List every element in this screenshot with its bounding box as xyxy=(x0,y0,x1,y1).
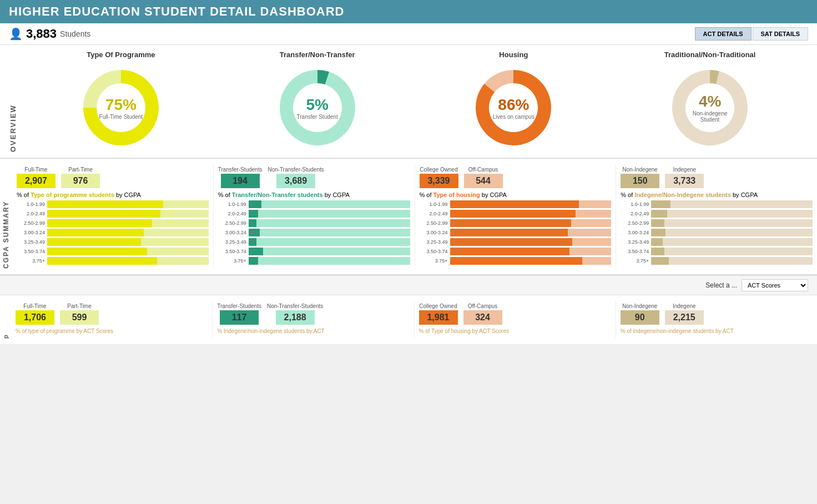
bar-fill-2-3 xyxy=(450,229,568,236)
bar-track-3-6 xyxy=(651,257,813,265)
count-value-3-1: 3,733 xyxy=(665,174,704,188)
bar-fill-1-4 xyxy=(249,238,257,246)
cgpa-panel-1: Transfer-Students 194 Non-Transfer-Stude… xyxy=(214,164,415,269)
bottom-panel-3: Non-Indegene 90 Indegene 2,215 % of inde… xyxy=(616,301,817,339)
count-label-3-0: Non-Indegene xyxy=(623,167,658,173)
bar-label-2-4: 3.25-3.49 xyxy=(420,239,450,245)
student-count-label: Students xyxy=(60,29,90,38)
bottom-count-value-1-1: 2,188 xyxy=(276,310,315,325)
bar-fill-3-0 xyxy=(651,200,670,208)
bar-fill-1-0 xyxy=(249,200,261,208)
bar-track-2-3 xyxy=(450,229,612,236)
bar-track-0-5 xyxy=(47,248,209,255)
bar-label-3-1: 2.0-2.49 xyxy=(621,211,651,216)
bar-row-1-3: 3.00-3.24 xyxy=(218,229,410,236)
bar-label-0-0: 1.0-1.99 xyxy=(17,201,47,207)
bottom-bar-title-1: % Indegene/non-indegene students by ACT xyxy=(217,328,409,334)
chart-title-1: Transfer/Non-Transfer xyxy=(280,51,355,59)
count-box-0-0: Full-Time 2,907 xyxy=(17,167,56,188)
bar-fill-2-6 xyxy=(450,257,582,265)
bar-row-1-0: 1.0-1.99 xyxy=(218,200,410,208)
bar-label-2-6: 3.75+ xyxy=(420,258,450,264)
bottom-count-box-3-0: Non-Indegene 90 xyxy=(621,303,659,325)
cgpa-panel-0: Full-Time 2,907 Part-Time 976 % of Type … xyxy=(12,164,214,269)
bottom-count-box-0-1: Part-Time 599 xyxy=(60,303,99,325)
bar-row-3-2: 2.50-2.99 xyxy=(621,219,813,227)
bar-row-0-1: 2.0-2.49 xyxy=(17,210,209,218)
bottom-count-value-3-1: 2,215 xyxy=(665,310,704,325)
bar-row-3-4: 3.25-3.49 xyxy=(621,238,813,246)
bar-fill-0-3 xyxy=(47,229,144,236)
bottom-count-value-0-1: 599 xyxy=(60,310,99,325)
chart-title-2: Housing xyxy=(499,51,528,59)
bar-label-3-5: 3.50-3.74 xyxy=(621,249,651,254)
bar-track-1-1 xyxy=(249,210,410,218)
bar-row-2-0: 1.0-1.99 xyxy=(420,200,612,208)
bar-track-2-4 xyxy=(450,238,612,246)
bar-track-1-2 xyxy=(249,219,410,227)
bar-label-2-0: 1.0-1.99 xyxy=(420,201,450,207)
bar-label-1-6: 3.75+ xyxy=(218,258,249,264)
bar-row-0-5: 3.50-3.74 xyxy=(17,248,209,255)
select-row: Select a ... ACT ScoresSAT Scores xyxy=(0,275,817,295)
donut-center-3: 4%Non-indegene Student xyxy=(688,93,732,123)
person-icon: 👤 xyxy=(9,27,23,41)
count-value-0-1: 976 xyxy=(61,174,100,188)
donut-center-1: 5%Transfer Student xyxy=(297,96,338,120)
bottom-bar-title-3: % of indegene/non-indegene students by A… xyxy=(621,328,813,334)
bottom-count-label-3-1: Indegene xyxy=(673,303,696,309)
overview-chart-2: Housing86%Lives on campus xyxy=(427,51,600,152)
bar-label-2-1: 2.0-2.49 xyxy=(420,211,450,216)
bar-label-3-4: 3.25-3.49 xyxy=(621,239,651,245)
sat-details-button[interactable]: SAT DETAILS xyxy=(753,27,808,41)
bar-label-3-0: 1.0-1.99 xyxy=(621,201,651,207)
bar-track-0-4 xyxy=(47,238,209,246)
act-details-button[interactable]: ACT DETAILS xyxy=(695,27,752,41)
bar-row-0-4: 3.25-3.49 xyxy=(17,238,209,246)
bar-track-0-6 xyxy=(47,257,209,265)
bar-label-2-5: 3.50-3.74 xyxy=(420,249,450,254)
bar-fill-1-1 xyxy=(249,210,258,218)
count-value-2-0: 3,339 xyxy=(420,174,458,188)
detail-buttons: ACT DETAILS SAT DETAILS xyxy=(695,27,808,41)
donut-center-0: 75%Full-Time Student xyxy=(99,96,143,120)
bottom-count-label-2-0: College Owned xyxy=(419,303,457,309)
bar-track-1-4 xyxy=(249,238,410,246)
count-box-0-1: Part-Time 976 xyxy=(61,167,100,188)
bar-row-1-2: 2.50-2.99 xyxy=(218,219,410,227)
student-count-area: 👤 3,883 Students xyxy=(9,27,90,41)
bar-row-2-1: 2.0-2.49 xyxy=(420,210,612,218)
bar-label-3-2: 2.50-2.99 xyxy=(621,220,651,226)
bar-track-2-1 xyxy=(450,210,612,218)
chart-title-0: Type Of Programme xyxy=(87,51,155,59)
bar-track-0-0 xyxy=(47,200,209,208)
bar-fill-1-6 xyxy=(249,257,258,265)
bottom-bar-title-2: % of Type of housing by ACT Scores xyxy=(419,328,611,334)
overview-chart-0: Type Of Programme75%Full-Time Student xyxy=(34,51,207,152)
bar-label-2-3: 3.00-3.24 xyxy=(420,230,450,235)
bar-label-1-3: 3.00-3.24 xyxy=(218,230,249,235)
bar-fill-0-2 xyxy=(47,219,152,227)
overview-charts: Type Of Programme75%Full-Time StudentTra… xyxy=(23,51,808,152)
bottom-count-label-0-1: Part-Time xyxy=(67,303,92,309)
bottom-count-value-0-0: 1,706 xyxy=(16,310,54,325)
count-value-3-0: 150 xyxy=(621,174,659,188)
bar-label-2-2: 2.50-2.99 xyxy=(420,220,450,226)
bar-fill-3-2 xyxy=(651,219,664,227)
cgpa-panel-3: Non-Indegene 150 Indegene 3,733 % of Ind… xyxy=(616,164,817,269)
bottom-count-value-3-0: 90 xyxy=(621,310,659,325)
donut-center-2: 86%Lives on campus xyxy=(493,96,534,120)
student-count-value: 3,883 xyxy=(26,27,57,41)
bottom-count-box-2-0: College Owned 1,981 xyxy=(419,303,458,325)
bar-fill-1-5 xyxy=(249,248,263,255)
count-label-2-1: Off-Campus xyxy=(468,167,498,173)
bar-fill-3-6 xyxy=(651,257,669,265)
count-label-3-1: Indegene xyxy=(673,167,696,173)
score-select[interactable]: ACT ScoresSAT Scores xyxy=(742,279,808,291)
bottom-count-value-2-0: 1,981 xyxy=(419,310,458,325)
bar-title-0: % of Type of programme students by CGPA xyxy=(17,191,209,198)
bar-fill-2-5 xyxy=(450,248,569,255)
bar-track-0-3 xyxy=(47,229,209,236)
bottom-panel-0: Full-Time 1,706 Part-Time 599 % of type … xyxy=(11,301,213,339)
bar-label-3-6: 3.75+ xyxy=(621,258,651,264)
